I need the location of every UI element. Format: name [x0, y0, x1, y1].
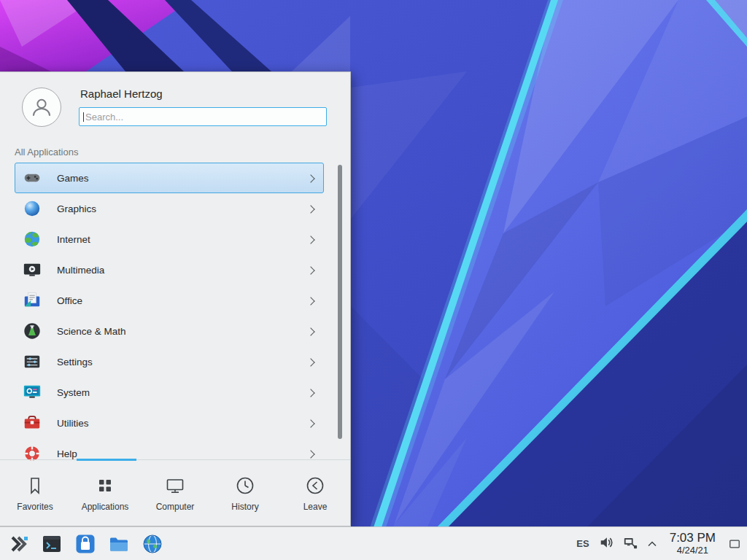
system-tray: ES 7:03 PM 4/24/21	[576, 527, 747, 560]
terminal-icon	[41, 533, 63, 555]
scrollbar[interactable]	[338, 165, 342, 439]
category-office[interactable]: Office	[15, 285, 324, 316]
clock-date: 4/24/21	[677, 545, 708, 556]
software-center-launcher[interactable]	[73, 532, 98, 556]
category-science-math[interactable]: Science & Math	[15, 316, 324, 346]
submenu-arrow-icon	[306, 174, 314, 182]
search-input[interactable]: Search...	[79, 107, 327, 126]
clock-time: 7:03 PM	[670, 531, 716, 545]
chevron-up-icon	[647, 540, 657, 548]
user-name: Raphael Hertzog	[80, 88, 163, 100]
avatar	[22, 88, 61, 127]
tray-expander[interactable]	[647, 537, 657, 551]
app-launcher-button[interactable]	[6, 532, 31, 556]
grid-icon	[94, 475, 116, 497]
internet-icon	[23, 230, 42, 249]
show-desktop-button[interactable]	[725, 527, 744, 560]
text-cursor	[83, 112, 84, 122]
web-browser-launcher[interactable]	[140, 532, 165, 556]
submenu-arrow-icon	[306, 205, 314, 213]
submenu-arrow-icon	[306, 327, 314, 335]
category-games[interactable]: Games	[15, 163, 324, 193]
keyboard-layout-indicator[interactable]: ES	[576, 538, 589, 549]
active-tab-indicator	[77, 459, 136, 461]
file-manager-launcher[interactable]	[107, 532, 131, 556]
category-system[interactable]: System	[15, 377, 324, 408]
category-multimedia[interactable]: Multimedia	[15, 254, 324, 285]
clock-icon	[234, 475, 256, 497]
tab-history[interactable]: History	[210, 460, 280, 526]
submenu-arrow-icon	[306, 297, 314, 305]
user-icon	[29, 95, 54, 120]
games-icon	[23, 168, 42, 187]
leave-icon	[304, 475, 326, 497]
utilities-icon	[23, 413, 42, 432]
monitor-icon	[164, 475, 186, 497]
category-list: Games Graphics	[0, 160, 350, 462]
category-internet[interactable]: Internet	[15, 224, 324, 254]
category-utilities[interactable]: Utilities	[15, 408, 324, 438]
office-icon	[23, 291, 42, 310]
volume-icon	[599, 535, 614, 550]
search-placeholder: Search...	[85, 112, 123, 122]
settings-icon	[23, 352, 42, 371]
submenu-arrow-icon	[306, 266, 314, 274]
category-settings[interactable]: Settings	[15, 346, 324, 377]
section-label: All Applications	[15, 147, 78, 158]
graphics-icon	[23, 199, 42, 218]
application-launcher-menu: Raphael Hertzog Search... All Applicatio…	[0, 71, 351, 526]
tab-applications[interactable]: Applications	[70, 460, 140, 526]
tab-favorites[interactable]: Favorites	[0, 460, 70, 526]
app-launcher-icon	[7, 533, 29, 555]
web-browser-icon	[142, 533, 163, 555]
bookmark-icon	[24, 475, 46, 497]
submenu-arrow-icon	[306, 419, 314, 427]
tab-computer[interactable]: Computer	[140, 460, 210, 526]
file-manager-icon	[108, 533, 130, 555]
taskbar: ES 7:03 PM 4/24/21	[0, 526, 747, 560]
network-tray-item[interactable]	[623, 535, 638, 553]
category-help[interactable]: Help	[15, 438, 324, 462]
submenu-arrow-icon	[306, 450, 314, 458]
system-icon	[23, 383, 42, 402]
launcher-tabbar: Favorites Applications Computer His	[0, 459, 350, 526]
network-icon	[623, 535, 638, 550]
submenu-arrow-icon	[306, 389, 314, 397]
tab-leave[interactable]: Leave	[280, 460, 350, 526]
volume-tray-item[interactable]	[599, 535, 614, 553]
category-graphics[interactable]: Graphics	[15, 193, 324, 224]
submenu-arrow-icon	[306, 236, 314, 244]
software-center-icon	[74, 533, 96, 555]
terminal-launcher[interactable]	[39, 532, 64, 556]
digital-clock[interactable]: 7:03 PM 4/24/21	[670, 531, 716, 556]
submenu-arrow-icon	[306, 358, 314, 366]
multimedia-icon	[23, 260, 42, 279]
show-desktop-icon	[729, 538, 740, 550]
science-icon	[23, 322, 42, 341]
